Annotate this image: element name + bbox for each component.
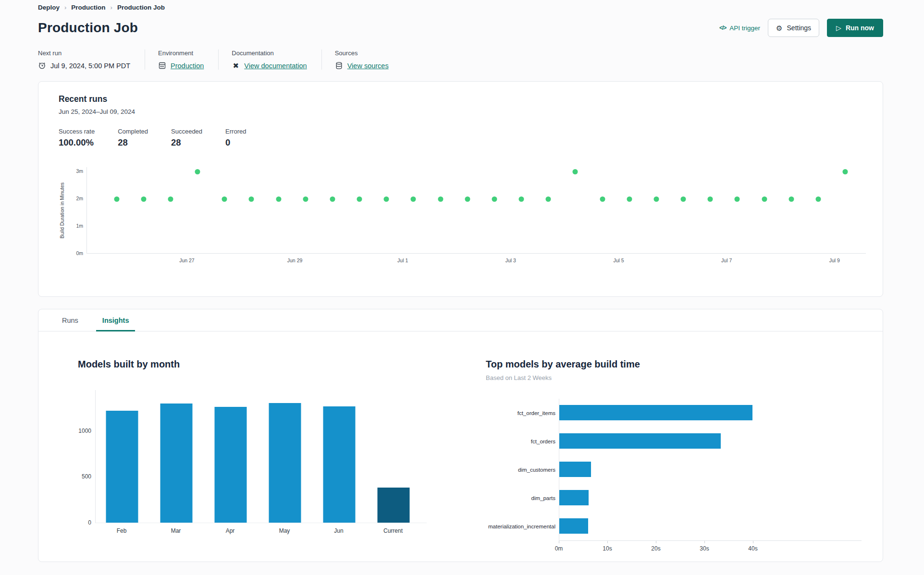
clock-icon xyxy=(38,61,46,70)
stat-errored: Errored 0 xyxy=(225,128,246,148)
top-models-rows: fct_order_itemsfct_ordersdim_customersdi… xyxy=(559,399,862,540)
meta-documentation: Documentation ✖ View documentation xyxy=(218,49,321,70)
x-tick-label: Jun 27 xyxy=(179,257,195,263)
chart-title: Top models by average build time xyxy=(486,359,870,370)
model-label: dim_parts xyxy=(531,495,556,501)
run-dot xyxy=(600,196,605,202)
build-duration-chart: Build Duration in Minutes 0m1m2m3m Jun 2… xyxy=(86,167,866,264)
database-icon xyxy=(335,61,343,70)
page-header: Production Job </> API trigger ⚙ Setting… xyxy=(38,19,883,37)
month-bar xyxy=(269,403,301,523)
run-dot xyxy=(843,169,848,174)
run-dot xyxy=(465,196,470,202)
environment-link[interactable]: Production xyxy=(171,62,204,70)
settings-button[interactable]: ⚙ Settings xyxy=(768,19,819,37)
model-row: dim_customers xyxy=(559,455,862,484)
x-tick-label: Feb xyxy=(117,527,127,534)
page-title: Production Job xyxy=(38,20,138,36)
chart-title: Models built by month xyxy=(78,359,443,370)
chart-subtitle: Based on Last 2 Weeks xyxy=(486,374,870,381)
stat-completed: Completed 28 xyxy=(118,128,148,148)
run-dot xyxy=(546,196,551,202)
run-dot xyxy=(384,196,389,202)
run-dot xyxy=(815,196,821,202)
page: Deploy › Production › Production Job Pro… xyxy=(0,0,924,562)
build-time-bar xyxy=(559,433,721,449)
top-models-chart-section: Top models by average build time Based o… xyxy=(486,359,870,553)
tab-insights[interactable]: Insights xyxy=(96,309,136,331)
run-dot xyxy=(519,196,524,202)
view-documentation-link[interactable]: View documentation xyxy=(244,62,307,70)
models-built-chart-section: Models built by month 05001000 FebMarApr… xyxy=(78,359,443,535)
run-dot xyxy=(330,196,335,202)
y-tick-label: 3m xyxy=(76,168,83,174)
run-dot xyxy=(438,196,443,202)
x-tick-label: 10s xyxy=(603,545,612,552)
run-now-button[interactable]: ▷ Run now xyxy=(827,19,883,37)
breadcrumb-production[interactable]: Production xyxy=(71,4,105,11)
breadcrumb: Deploy › Production › Production Job xyxy=(38,4,883,11)
api-trigger-label: API trigger xyxy=(729,24,760,32)
model-row: fct_order_items xyxy=(559,399,862,427)
model-label: materialization_incremental xyxy=(488,524,555,529)
job-detail-card: Runs Insights Models built by month 0500… xyxy=(38,309,883,562)
x-tick-label: Jul 3 xyxy=(505,257,516,263)
month-bar xyxy=(106,411,138,523)
meta-label: Environment xyxy=(158,49,204,57)
run-dot xyxy=(303,196,308,202)
run-dot xyxy=(653,196,659,202)
meta-label: Next run xyxy=(38,49,130,57)
run-dot xyxy=(114,196,119,202)
tab-runs[interactable]: Runs xyxy=(56,309,85,331)
month-bar xyxy=(323,406,356,523)
y-axis-label: Build Duration in Minutes xyxy=(59,182,65,238)
model-row: materialization_incremental xyxy=(559,512,862,540)
build-duration-plot-area: Build Duration in Minutes 0m1m2m3m xyxy=(86,167,866,254)
x-tick-mark xyxy=(753,541,753,543)
x-tick-label: Jul 1 xyxy=(397,257,408,263)
chevron-right-icon: › xyxy=(64,4,66,11)
x-tick-label: Jul 7 xyxy=(721,257,732,263)
top-models-chart: fct_order_itemsfct_ordersdim_customersdi… xyxy=(486,399,870,553)
run-dot xyxy=(411,196,416,202)
meta-label: Sources xyxy=(335,49,389,57)
api-trigger-link[interactable]: </> API trigger xyxy=(719,24,760,32)
y-tick-label: 1000 xyxy=(78,428,91,434)
build-time-bar xyxy=(559,462,591,477)
run-dot xyxy=(222,196,227,202)
model-label: dim_customers xyxy=(518,467,555,473)
month-bar xyxy=(378,488,410,523)
models-built-plot-area: 05001000 xyxy=(95,390,427,523)
view-sources-link[interactable]: View sources xyxy=(347,62,389,70)
run-dot xyxy=(276,196,281,202)
run-now-label: Run now xyxy=(846,24,874,32)
model-label: fct_order_items xyxy=(517,410,555,416)
breadcrumb-deploy[interactable]: Deploy xyxy=(38,4,60,11)
x-tick-mark xyxy=(656,541,656,543)
y-tick-label: 500 xyxy=(82,473,91,480)
recent-runs-stats: Success rate 100.00% Completed 28 Succee… xyxy=(59,128,871,148)
chevron-right-icon: › xyxy=(111,4,112,11)
x-tick-label: Jun 29 xyxy=(287,257,303,263)
breadcrumb-production-job: Production Job xyxy=(117,4,165,11)
run-dot xyxy=(708,196,713,202)
meta-environment: Environment Production xyxy=(145,49,218,70)
y-tick-label: 2m xyxy=(76,196,83,201)
y-tick-label: 0m xyxy=(76,250,83,256)
models-built-chart: 05001000 FebMarAprMayJunCurrent xyxy=(95,390,427,535)
build-time-bar xyxy=(559,518,588,534)
run-dot xyxy=(141,196,146,202)
run-dot xyxy=(249,196,254,202)
run-dot xyxy=(627,196,632,202)
y-tick-label: 0 xyxy=(88,519,91,526)
run-dot xyxy=(573,169,578,174)
run-dot xyxy=(168,196,173,202)
next-run-value: Jul 9, 2024, 5:00 PM PDT xyxy=(50,62,130,70)
play-icon: ▷ xyxy=(836,24,841,32)
x-tick-label: Apr xyxy=(226,527,235,534)
meta-next-run: Next run Jul 9, 2024, 5:00 PM PDT xyxy=(38,49,145,70)
settings-label: Settings xyxy=(787,24,812,32)
x-tick-label: May xyxy=(279,527,290,534)
run-dot xyxy=(762,196,767,202)
x-tick-mark xyxy=(704,541,705,543)
